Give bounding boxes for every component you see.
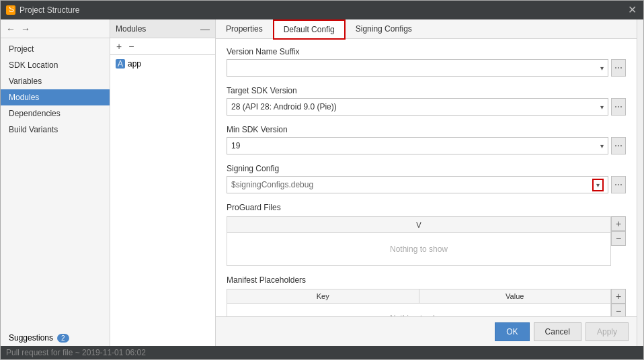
signing-config-row: $signingConfigs.debug ▾ ⋯ [227, 176, 626, 193]
ok-button[interactable]: OK [495, 322, 529, 341]
tab-properties[interactable]: Properties [216, 19, 273, 39]
bottom-hint: Pull request for file ~ 2019-11-01 06:02 [1, 346, 643, 359]
sidebar-item-sdk-location[interactable]: SDK Location [1, 57, 110, 73]
modules-collapse-button[interactable]: — [200, 24, 210, 34]
chevron-down-icon: ▾ [600, 142, 604, 150]
right-scrollbar[interactable] [637, 19, 643, 346]
min-sdk-version-row: 19 ▾ ⋯ [227, 137, 626, 154]
manifest-table: Key Value Nothing to show [227, 289, 611, 316]
version-name-suffix-extra-button[interactable]: ⋯ [611, 59, 626, 77]
project-structure-window: S Project Structure ✕ ← → Project SDK Lo… [0, 0, 644, 360]
version-name-suffix-row: ▾ ⋯ [227, 59, 626, 77]
sidebar: ← → Project SDK Location Variables Modul… [1, 19, 110, 346]
sidebar-nav: ← → [1, 19, 110, 38]
proguard-files-body: Nothing to show [227, 233, 610, 265]
manifest-placeholders-table-area: Key Value Nothing to show + − [227, 289, 626, 316]
signing-config-label: Signing Config [227, 164, 626, 173]
target-sdk-version-row: 28 (API 28: Android 9.0 (Pie)) ▾ ⋯ [227, 98, 626, 116]
title-bar-left: S Project Structure [6, 5, 79, 15]
sidebar-item-project[interactable]: Project [1, 41, 110, 57]
modules-title: Modules [116, 24, 146, 34]
min-sdk-version-extra-button[interactable]: ⋯ [611, 137, 626, 154]
sidebar-item-variables[interactable]: Variables [1, 73, 110, 89]
proguard-header-v: V [227, 221, 610, 229]
manifest-placeholders-label: Manifest Placeholders [227, 275, 626, 285]
cancel-button[interactable]: Cancel [534, 322, 581, 341]
manifest-side-buttons: + − [611, 289, 626, 316]
manifest-col-value: Value [419, 289, 611, 303]
module-item-app[interactable]: A app [110, 56, 215, 71]
content-scroll: Version Name Suffix ▾ ⋯ Target SDK Versi… [216, 39, 637, 316]
target-sdk-version-group: Target SDK Version 28 (API 28: Android 9… [227, 86, 626, 116]
proguard-empty-text: Nothing to show [390, 244, 448, 254]
manifest-add-button[interactable]: + [611, 289, 626, 304]
manifest-col-key: Key [227, 289, 419, 303]
signing-config-value: $signingConfigs.debug [231, 180, 313, 189]
proguard-files-group: ProGuard Files V Nothing to show + [227, 203, 626, 266]
app-icon: S [6, 5, 15, 15]
signing-config-group: Signing Config $signingConfigs.debug ▾ ⋯ [227, 164, 626, 193]
target-sdk-version-value: 28 (API 28: Android 9.0 (Pie)) [231, 102, 337, 111]
proguard-files-header: V [227, 217, 610, 233]
version-name-suffix-label: Version Name Suffix [227, 47, 626, 56]
proguard-files-table: V Nothing to show [227, 216, 611, 266]
window-title: Project Structure [19, 5, 79, 15]
main-area: ← → Project SDK Location Variables Modul… [1, 19, 643, 346]
apply-button[interactable]: Apply [586, 322, 629, 341]
add-module-button[interactable]: + [114, 40, 124, 52]
version-name-suffix-group: Version Name Suffix ▾ ⋯ [227, 47, 626, 77]
remove-module-button[interactable]: − [126, 40, 136, 52]
manifest-placeholders-group: Manifest Placeholders Key Value Nothing … [227, 275, 626, 316]
signing-config-select[interactable]: $signingConfigs.debug ▾ [227, 176, 608, 193]
proguard-files-label: ProGuard Files [227, 203, 626, 212]
module-icon: A [116, 59, 125, 69]
proguard-side-buttons: + − [611, 216, 626, 266]
nav-back-button[interactable]: ← [5, 24, 17, 34]
proguard-files-table-area: V Nothing to show + − [227, 216, 626, 266]
modules-panel: Modules — + − A app [110, 19, 216, 346]
sidebar-items: Project SDK Location Variables Modules D… [1, 38, 110, 330]
proguard-add-button[interactable]: + [611, 216, 626, 231]
target-sdk-version-extra-button[interactable]: ⋯ [611, 98, 626, 116]
tab-signing-configs[interactable]: Signing Configs [346, 19, 422, 39]
suggestions-badge: 2 [57, 334, 69, 343]
min-sdk-version-group: Min SDK Version 19 ▾ ⋯ [227, 125, 626, 154]
manifest-table-body: Nothing to show [227, 304, 610, 316]
nav-forward-button[interactable]: → [19, 24, 32, 34]
chevron-down-icon: ▾ [600, 103, 604, 111]
bottom-bar: OK Cancel Apply [216, 316, 637, 346]
tabs: Properties Default Config Signing Config… [216, 19, 637, 39]
svg-text:S: S [9, 7, 14, 13]
modules-header: Modules — [110, 19, 215, 38]
signing-config-extra-button[interactable]: ⋯ [611, 176, 626, 193]
sidebar-item-modules[interactable]: Modules [1, 89, 110, 105]
sidebar-item-dependencies[interactable]: Dependencies [1, 105, 110, 122]
manifest-table-header: Key Value [227, 289, 610, 304]
modules-toolbar: + − [110, 38, 215, 55]
sidebar-item-build-variants[interactable]: Build Variants [1, 122, 110, 138]
manifest-remove-button[interactable]: − [611, 304, 626, 316]
tab-default-config[interactable]: Default Config [273, 19, 346, 40]
close-button[interactable]: ✕ [627, 5, 638, 15]
modules-list: A app [110, 55, 215, 346]
chevron-down-icon: ▾ [600, 64, 604, 72]
sidebar-item-suggestions[interactable]: Suggestions 2 [1, 330, 110, 346]
title-bar: S Project Structure ✕ [1, 1, 643, 19]
module-label: app [128, 59, 141, 69]
min-sdk-version-value: 19 [231, 141, 240, 150]
min-sdk-version-label: Min SDK Version [227, 125, 626, 134]
chevron-down-icon: ▾ [592, 179, 604, 191]
target-sdk-version-select[interactable]: 28 (API 28: Android 9.0 (Pie)) ▾ [227, 98, 608, 116]
target-sdk-version-label: Target SDK Version [227, 86, 626, 95]
version-name-suffix-select[interactable]: ▾ [227, 59, 608, 77]
proguard-remove-button[interactable]: − [611, 231, 626, 246]
content-panel: Properties Default Config Signing Config… [216, 19, 637, 346]
min-sdk-version-select[interactable]: 19 ▾ [227, 137, 608, 154]
